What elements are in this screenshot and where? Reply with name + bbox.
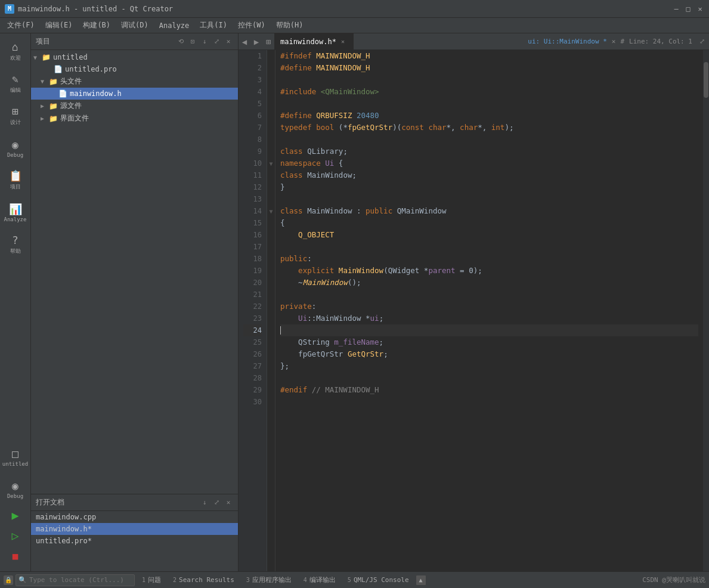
sidebar-item-debug2[interactable]: ◉ Debug <box>2 474 29 505</box>
tab-scroll-left[interactable]: ◀ <box>239 33 250 50</box>
untitled-icon: □ <box>12 447 18 460</box>
tab-ui-close[interactable]: ✕ <box>612 38 616 45</box>
tree-item-headers[interactable]: ▼ 📁 头文件 <box>31 75 238 88</box>
sidebar-item-stop[interactable]: ■ <box>2 546 29 565</box>
tree-item-forms[interactable]: ▶ 📁 界面文件 <box>31 112 238 125</box>
welcome-label: 欢迎 <box>10 54 21 62</box>
open-docs-expand-icon[interactable]: ⤢ <box>212 498 221 507</box>
sidebar-item-run[interactable]: ▶ <box>2 506 29 525</box>
tab-menu-btn[interactable]: ⊞ <box>262 33 274 50</box>
appout-tab-label: 应用程序输出 <box>252 575 292 584</box>
status-tab-issues[interactable]: 1 问题 <box>137 574 166 586</box>
sidebar-item-untitled[interactable]: □ untitled <box>2 441 29 472</box>
panel-close-icon[interactable]: ↓ <box>200 37 209 47</box>
open-doc-untitled-pro[interactable]: untitled.pro* <box>31 535 238 547</box>
sync-icon[interactable]: ⟲ <box>176 37 185 47</box>
sidebar-item-design[interactable]: ⊞ 设计 <box>2 100 29 131</box>
debug-icon: ◉ <box>12 138 18 151</box>
code-line-24[interactable] <box>280 324 698 336</box>
open-docs-x-icon[interactable]: ✕ <box>224 498 233 507</box>
code-line-8 <box>280 134 698 146</box>
tree-label-forms: 界面文件 <box>60 113 89 123</box>
ln-13: 13 <box>243 193 262 205</box>
scroll-track[interactable] <box>703 50 709 571</box>
status-tab-appout[interactable]: 3 应用程序输出 <box>242 574 296 586</box>
ln-3: 3 <box>243 74 262 86</box>
editor-expand-icon[interactable]: ⤢ <box>697 37 707 47</box>
panel-expand-icon[interactable]: ⤢ <box>212 37 221 47</box>
menu-help[interactable]: 帮助(H) <box>271 19 308 32</box>
menu-build[interactable]: 构建(B) <box>78 19 115 32</box>
tab-scroll-right[interactable]: ▶ <box>250 33 262 50</box>
fold-23 <box>267 312 275 324</box>
ln-25: 25 <box>243 336 262 348</box>
minimize-button[interactable]: — <box>672 5 680 13</box>
arrow-headers: ▼ <box>41 78 48 85</box>
lock-icon[interactable]: 🔒 <box>4 575 13 585</box>
code-line-28 <box>280 372 698 384</box>
project-panel-title: 项目 <box>36 36 176 47</box>
code-line-18: public: <box>280 253 698 265</box>
sidebar-item-analyze[interactable]: 📊 Analyze <box>2 197 29 228</box>
panel-header-icons: ⟲ ⊡ ↓ ⤢ ✕ <box>176 37 233 47</box>
open-docs-close-icon[interactable]: ↓ <box>200 498 209 507</box>
menu-file[interactable]: 文件(F) <box>2 19 39 32</box>
fold-29 <box>267 384 275 396</box>
status-bar: 🔒 🔍 1 问题 2 Search Results 3 应用程序输出 4 编译输… <box>0 571 709 588</box>
editor-container: 1 2 3 4 5 6 7 8 9 10 11 12 13 14 15 16 1… <box>239 50 709 571</box>
tree-item-pro[interactable]: 📄 untitled.pro <box>31 63 238 75</box>
sidebar-item-debug[interactable]: ◉ Debug <box>2 132 29 163</box>
fold-10[interactable]: ▼ <box>267 157 275 169</box>
menu-widgets[interactable]: 控件(W) <box>233 19 270 32</box>
ln-22: 22 <box>243 301 262 312</box>
fold-22 <box>267 301 275 312</box>
close-button[interactable]: ✕ <box>696 5 704 13</box>
pro-file-icon: 📄 <box>54 65 63 73</box>
code-line-10: namespace Ui { <box>280 157 698 169</box>
ln-24: 24 <box>243 324 262 336</box>
open-doc-mainwindow-cpp[interactable]: mainwindow.cpp <box>31 511 238 523</box>
project-icon: 📋 <box>9 169 22 182</box>
fold-16 <box>267 229 275 241</box>
sidebar-item-help[interactable]: ? 帮助 <box>2 229 29 260</box>
status-tab-compile[interactable]: 4 编译输出 <box>299 574 340 586</box>
status-tab-qml[interactable]: 5 QML/JS Console <box>343 575 414 585</box>
tab-close-mainwindow-h[interactable]: ✕ <box>339 38 347 46</box>
fold-14[interactable]: ▼ <box>267 205 275 217</box>
sidebar-item-welcome[interactable]: ⌂ 欢迎 <box>2 36 29 67</box>
filter-icon[interactable]: ⊡ <box>188 37 197 47</box>
project-panel-header: 项目 ⟲ ⊡ ↓ ⤢ ✕ <box>31 33 238 50</box>
code-line-1: #ifndef MAINWINDOW_H <box>280 50 698 62</box>
code-line-16: Q_OBJECT <box>280 229 698 241</box>
status-arrow-up[interactable]: ▲ <box>416 575 426 585</box>
menu-tools[interactable]: 工具(I) <box>195 19 232 32</box>
code-line-27: }; <box>280 360 698 372</box>
tab-mainwindow-h[interactable]: mainwindow.h* ✕ <box>274 33 354 50</box>
search-box[interactable]: 🔍 <box>16 574 135 586</box>
status-tab-search[interactable]: 2 Search Results <box>168 575 239 585</box>
tree-label-sources: 源文件 <box>60 101 82 111</box>
search-input[interactable] <box>29 576 132 584</box>
fold-4 <box>267 86 275 98</box>
line-numbers: 1 2 3 4 5 6 7 8 9 10 11 12 13 14 15 16 1… <box>239 50 267 571</box>
tree-item-mainwindow-h[interactable]: 📄 mainwindow.h <box>31 88 238 100</box>
tree-item-root[interactable]: ▼ 📁 untitled <box>31 51 238 63</box>
tree-item-sources[interactable]: ▶ 📁 源文件 <box>31 100 238 112</box>
arrow-sources: ▶ <box>41 103 48 109</box>
menu-debug[interactable]: 调试(D) <box>116 19 153 32</box>
scroll-thumb[interactable] <box>704 62 708 98</box>
search-icon: 🔍 <box>18 576 27 584</box>
menu-edit[interactable]: 编辑(E) <box>41 19 78 32</box>
panel-float-icon[interactable]: ✕ <box>224 37 233 47</box>
sidebar-item-edit[interactable]: ✎ 编辑 <box>2 68 29 99</box>
sidebar-item-project[interactable]: 📋 项目 <box>2 165 29 196</box>
open-doc-mainwindow-h[interactable]: mainwindow.h* <box>31 523 238 535</box>
arrow-icon: ▼ <box>33 54 41 61</box>
menu-analyze[interactable]: Analyze <box>154 20 194 31</box>
maximize-button[interactable]: □ <box>684 5 692 13</box>
code-content[interactable]: #ifndef MAINWINDOW_H #define MAINWINDOW_… <box>275 50 703 571</box>
tab-ui-link[interactable]: ui: Ui::MainWindow * <box>528 38 606 45</box>
ln-27: 27 <box>243 360 262 372</box>
code-line-22: private: <box>280 301 698 312</box>
sidebar-item-run-debug[interactable]: ▷ <box>2 526 29 545</box>
